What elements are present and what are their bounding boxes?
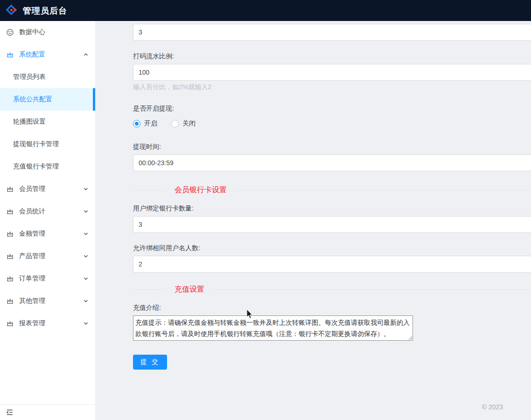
chevron-down-icon — [83, 186, 89, 192]
chevron-down-icon — [83, 253, 89, 259]
sidebar-item-label: 订单管理 — [19, 274, 45, 283]
sidebar-footer — [0, 404, 95, 420]
copyright-footer: © 2023 — [133, 403, 531, 411]
section-title-recharge: 充值设置 — [175, 285, 204, 294]
submit-button[interactable]: 提 交 — [133, 355, 167, 370]
withdraw-toggle-radio-group: 开启 关闭 — [133, 119, 531, 128]
section-divider-member-bankcard: 会员银行卡设置 — [133, 185, 531, 195]
sidebar-item-report-management[interactable]: 报表管理 — [0, 312, 95, 335]
section-divider-recharge: 充值设置 — [133, 285, 531, 294]
field-withdraw-time: 提现时间: — [133, 143, 531, 171]
field-recharge-intro: 充值介绍: 充值提示：请确保充值金额与转账金额一致并及时上次转账详图。每次充值请… — [133, 304, 531, 341]
radio-checked-icon — [133, 120, 140, 127]
sidebar-item-label: 会员统计 — [19, 207, 45, 216]
smile-icon — [6, 28, 14, 36]
sidebar-item-system-config[interactable]: 系统配置 — [0, 43, 95, 66]
crown-icon — [6, 252, 14, 260]
main-content: 打码流水比例: 输入百分比，如2%就输入2 是否开启提现: 开启 关闭 — [95, 21, 531, 420]
sidebar-item-other-management[interactable]: 其他管理 — [0, 290, 95, 312]
sidebar-item-label: 会员管理 — [19, 185, 45, 193]
crown-icon — [6, 275, 14, 283]
field-daima-ratio: 打码流水比例: 输入百分比，如2%就输入2 — [133, 52, 531, 91]
sidebar-subitem-carousel-settings[interactable]: 轮播图设置 — [0, 111, 95, 133]
daima-ratio-input[interactable] — [133, 64, 531, 81]
sidebar-item-label: 系统配置 — [19, 50, 45, 59]
withdraw-time-label: 提现时间: — [133, 143, 531, 151]
daima-ratio-help: 输入百分比，如2%就输入2 — [133, 83, 531, 91]
sidebar: 数据中心 系统配置 管理员列表 系统公共配置 轮播图设置 — [0, 21, 95, 420]
sidebar-subitem-withdraw-bankcard[interactable]: 提现银行卡管理 — [0, 133, 95, 155]
sidebar-item-amount-management[interactable]: 金额管理 — [0, 223, 95, 245]
recharge-intro-textarea[interactable]: 充值提示：请确保充值金额与转账金额一致并及时上次转账详图。每次充值请获取我司最新… — [133, 315, 413, 341]
sidebar-subitem-label: 充值银行卡管理 — [13, 162, 59, 171]
radio-unchecked-icon — [171, 120, 179, 127]
top-number-input[interactable] — [133, 24, 531, 41]
sidebar-item-member-management[interactable]: 会员管理 — [0, 178, 95, 200]
field-bind-card-count: 用户绑定银行卡数量: — [133, 204, 531, 233]
sidebar-item-label: 数据中心 — [19, 28, 45, 36]
chevron-up-icon — [83, 52, 89, 57]
withdraw-time-input[interactable] — [133, 154, 531, 171]
chevron-down-icon — [83, 321, 89, 326]
withdraw-toggle-label: 是否开启提现: — [133, 105, 531, 113]
bind-card-count-input[interactable] — [133, 216, 531, 233]
same-username-count-label: 允许绑相同用户名人数: — [133, 244, 531, 252]
radio-option-label: 关闭 — [182, 119, 196, 128]
field-withdraw-toggle: 是否开启提现: 开启 关闭 — [133, 105, 531, 128]
menu-fold-icon[interactable] — [6, 408, 14, 416]
sidebar-item-label: 报表管理 — [19, 319, 45, 328]
radio-option-open[interactable]: 开启 — [133, 119, 157, 128]
sidebar-subitem-recharge-bankcard[interactable]: 充值银行卡管理 — [0, 155, 95, 178]
crown-icon — [6, 297, 14, 305]
sidebar-item-product-management[interactable]: 产品管理 — [0, 245, 95, 267]
sidebar-item-order-management[interactable]: 订单管理 — [0, 267, 95, 290]
sidebar-subitem-system-public-config[interactable]: 系统公共配置 — [0, 88, 95, 111]
sidebar-subitem-label: 管理员列表 — [13, 73, 46, 81]
system-config-form: 打码流水比例: 输入百分比，如2%就输入2 是否开启提现: 开启 关闭 — [133, 24, 531, 370]
sidebar-item-label: 产品管理 — [19, 252, 45, 260]
crown-icon — [6, 230, 14, 238]
chevron-down-icon — [83, 209, 89, 214]
chevron-down-icon — [83, 276, 89, 281]
daima-ratio-label: 打码流水比例: — [133, 52, 531, 61]
sidebar-subitem-admin-list[interactable]: 管理员列表 — [0, 66, 95, 88]
app-title: 管理员后台 — [23, 5, 67, 16]
chevron-down-icon — [83, 298, 89, 304]
sidebar-item-label: 金额管理 — [19, 230, 45, 238]
crown-icon — [6, 51, 14, 59]
app-logo-icon — [6, 4, 19, 17]
sidebar-subitem-label: 提现银行卡管理 — [13, 140, 59, 148]
sidebar-subitem-label: 系统公共配置 — [13, 95, 52, 104]
topbar: 管理员后台 — [0, 0, 531, 21]
radio-option-label: 开启 — [144, 119, 157, 128]
crown-icon — [6, 185, 14, 193]
field-same-username-count: 允许绑相同用户名人数: — [133, 244, 531, 273]
divider-line — [133, 289, 166, 290]
sidebar-subitem-label: 轮播图设置 — [13, 118, 46, 126]
sidebar-item-data-center[interactable]: 数据中心 — [0, 21, 95, 43]
crown-icon — [6, 320, 14, 328]
divider-line — [236, 190, 531, 190]
divider-line — [213, 289, 531, 290]
crown-icon — [6, 208, 14, 216]
sidebar-item-label: 其他管理 — [19, 297, 45, 305]
section-title-member-bankcard: 会员银行卡设置 — [175, 185, 227, 195]
radio-option-close[interactable]: 关闭 — [171, 119, 196, 128]
sidebar-item-member-statistics[interactable]: 会员统计 — [0, 200, 95, 223]
bind-card-count-label: 用户绑定银行卡数量: — [133, 204, 531, 213]
chevron-down-icon — [83, 231, 89, 237]
recharge-intro-label: 充值介绍: — [133, 304, 531, 312]
divider-line — [133, 190, 166, 190]
same-username-count-input[interactable] — [133, 256, 531, 273]
